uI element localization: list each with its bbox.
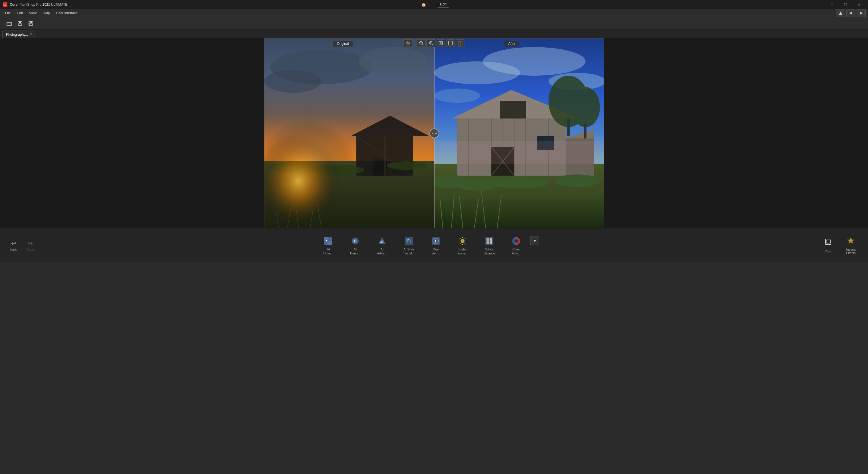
svg-line-19 bbox=[432, 44, 433, 45]
split-view-button[interactable] bbox=[456, 39, 465, 47]
ai-upscale-icon: AI bbox=[323, 235, 334, 246]
svg-line-15 bbox=[422, 44, 424, 45]
brightness-button[interactable]: Brightness a... bbox=[450, 233, 475, 258]
title-nav: 🏠 Edit bbox=[419, 0, 448, 9]
save-as-button[interactable]: + bbox=[26, 19, 35, 28]
original-image bbox=[265, 38, 434, 228]
panel-icon-2[interactable] bbox=[846, 9, 856, 17]
ai-upscale-button[interactable]: AI AIUpsa... bbox=[315, 233, 341, 258]
view-toolbar bbox=[404, 39, 465, 47]
more-tools-button[interactable]: ▼ bbox=[530, 236, 539, 245]
menu-view[interactable]: View bbox=[26, 10, 39, 16]
hand-tool-button[interactable] bbox=[404, 39, 412, 47]
ai-style-button[interactable]: AI AI StyleTransf... bbox=[396, 233, 422, 258]
zoom-in-button[interactable] bbox=[427, 39, 435, 47]
svg-rect-91 bbox=[328, 237, 332, 241]
svg-rect-21 bbox=[440, 42, 442, 44]
ai-style-label: AI StyleTransf... bbox=[403, 248, 414, 255]
title-bar: C Corel PaintShop Pro 2021 ULTIMATE 🏠 Ed… bbox=[0, 0, 868, 9]
tab-photography[interactable]: Photography... ✕ bbox=[2, 31, 36, 38]
menu-edit[interactable]: Edit bbox=[14, 10, 26, 16]
one-step-label: Onestep... bbox=[431, 248, 440, 255]
app-title: Corel PaintShop Pro 2021 ULTIMATE bbox=[10, 3, 67, 6]
redo-label: Redo bbox=[27, 248, 34, 251]
undo-button[interactable]: ↩ Undo bbox=[6, 238, 22, 254]
svg-text:1: 1 bbox=[434, 239, 437, 243]
svg-marker-3 bbox=[849, 12, 852, 14]
svg-rect-7 bbox=[19, 22, 21, 23]
tab-close-button[interactable]: ✕ bbox=[30, 33, 32, 36]
redo-button[interactable]: ↪ Redo bbox=[22, 238, 38, 254]
minimize-button[interactable]: − bbox=[825, 0, 838, 9]
ai-upscale-label: AIUpsa... bbox=[323, 248, 334, 255]
ai-artifact-button[interactable]: AI AIArtifa... bbox=[369, 233, 395, 258]
instant-effects-label: InstantEffects bbox=[846, 248, 856, 255]
menu-file[interactable]: File bbox=[2, 10, 13, 16]
crop-button[interactable]: Crop bbox=[816, 233, 839, 258]
home-nav-button[interactable]: 🏠 bbox=[419, 3, 428, 7]
svg-rect-74 bbox=[584, 124, 586, 138]
svg-text:+: + bbox=[31, 24, 33, 26]
instant-effects-button[interactable]: InstantEffects bbox=[839, 233, 862, 258]
ai-artifact-label: AIArtifa... bbox=[377, 248, 387, 255]
zoom-out-button[interactable] bbox=[417, 39, 426, 47]
right-tools: Crop InstantEffects bbox=[816, 233, 862, 258]
instant-effects-icon bbox=[846, 236, 855, 247]
after-label: After bbox=[504, 41, 519, 46]
toolbar: + bbox=[0, 17, 868, 30]
svg-line-113 bbox=[465, 238, 465, 239]
svg-point-50 bbox=[434, 89, 480, 103]
panel-icon-3[interactable] bbox=[857, 9, 866, 17]
svg-rect-85 bbox=[434, 141, 604, 164]
original-panel bbox=[265, 38, 434, 228]
split-handle[interactable] bbox=[429, 128, 439, 138]
svg-marker-4 bbox=[860, 12, 863, 14]
canvas-area: Original After bbox=[0, 38, 868, 228]
close-button[interactable]: ✕ bbox=[852, 0, 866, 9]
svg-point-77 bbox=[491, 177, 549, 188]
ai-artifact-icon: AI bbox=[377, 235, 388, 246]
svg-line-111 bbox=[460, 238, 461, 239]
svg-text:C: C bbox=[3, 3, 6, 6]
color-adjust-button[interactable]: ColorAdju... bbox=[503, 233, 529, 258]
one-step-icon: 1 bbox=[430, 235, 441, 246]
svg-point-78 bbox=[554, 175, 600, 187]
white-balance-button[interactable]: WhiteBalance bbox=[476, 233, 502, 258]
color-adjust-icon bbox=[511, 235, 522, 246]
fit-canvas-button[interactable] bbox=[446, 39, 455, 47]
maximize-button[interactable]: □ bbox=[839, 0, 852, 9]
ai-style-icon: AI bbox=[403, 235, 414, 246]
brightness-icon bbox=[457, 235, 468, 246]
svg-rect-22 bbox=[448, 41, 453, 45]
save-button[interactable] bbox=[16, 19, 25, 28]
menu-user-interface[interactable]: User Interface bbox=[53, 10, 81, 16]
after-panel bbox=[434, 38, 604, 228]
one-step-button[interactable]: 1 Onestep... bbox=[423, 233, 448, 258]
view-toolbar-separator bbox=[414, 40, 415, 46]
svg-point-72 bbox=[571, 87, 600, 127]
crop-label: Crop bbox=[825, 250, 832, 253]
menu-help[interactable]: Help bbox=[40, 10, 53, 16]
undo-label: Undo bbox=[10, 248, 18, 251]
ai-denoise-button[interactable]: AI AIDeno... bbox=[342, 233, 368, 258]
svg-rect-8 bbox=[19, 24, 22, 25]
svg-line-112 bbox=[465, 243, 465, 244]
svg-rect-93 bbox=[328, 241, 332, 245]
tools-center: AI AIUpsa... AI AIDeno... AI AIArtifa...… bbox=[44, 233, 811, 258]
svg-text:AI: AI bbox=[380, 241, 382, 243]
after-image bbox=[434, 38, 604, 228]
edit-nav-button[interactable]: Edit bbox=[438, 2, 448, 7]
svg-point-106 bbox=[461, 239, 465, 243]
svg-rect-64 bbox=[500, 101, 526, 119]
svg-text:AI: AI bbox=[326, 240, 328, 243]
svg-rect-5 bbox=[7, 22, 9, 22]
brightness-label: Brightness a... bbox=[457, 248, 467, 255]
svg-rect-117 bbox=[490, 238, 492, 244]
fit-window-button[interactable] bbox=[437, 39, 445, 47]
open-button[interactable] bbox=[5, 19, 14, 28]
window-controls: − □ ✕ bbox=[825, 0, 866, 9]
tab-label: Photography... bbox=[6, 33, 28, 36]
panel-icon-1[interactable] bbox=[836, 9, 845, 17]
app-logo: C bbox=[2, 2, 8, 7]
title-left: C Corel PaintShop Pro 2021 ULTIMATE bbox=[2, 2, 67, 7]
